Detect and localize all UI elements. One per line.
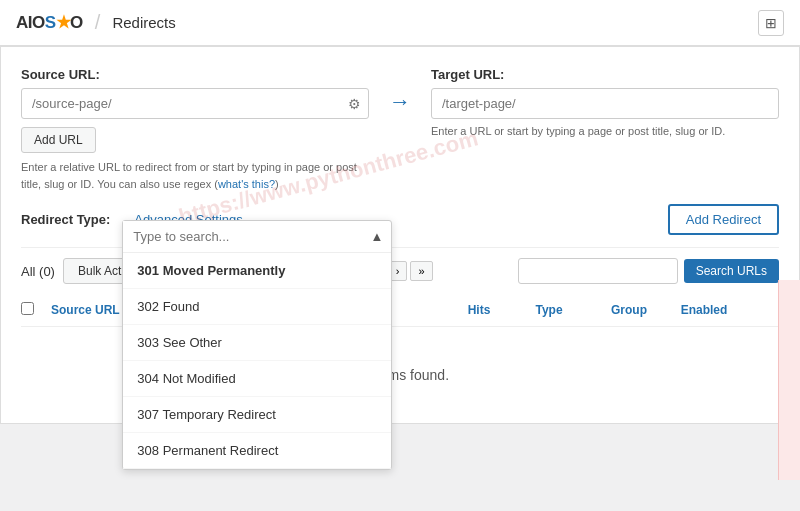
header-title: Redirects	[112, 14, 175, 31]
table-header-enabled[interactable]: Enabled	[669, 303, 739, 317]
dropdown-close-button[interactable]: ▲	[362, 221, 391, 252]
app-header: AIOS★O / Redirects ⊞	[0, 0, 800, 46]
target-url-label: Target URL:	[431, 67, 779, 82]
chevron-up-icon: ▲	[370, 229, 383, 244]
redirect-type-dropdown: ▲ 301 Moved Permanently 302 Found 303 Se…	[122, 220, 392, 470]
search-urls-button[interactable]: Search URLs	[684, 259, 779, 283]
table-header-group[interactable]: Group	[589, 303, 669, 317]
dropdown-item-301[interactable]: 301 Moved Permanently	[123, 253, 391, 289]
main-content: Source URL: ⚙ Add URL Enter a relative U…	[0, 46, 800, 424]
source-url-label: Source URL:	[21, 67, 369, 82]
pink-accent-area	[778, 280, 800, 480]
source-hint-text: Enter a relative URL to redirect from or…	[21, 159, 361, 192]
search-urls-input[interactable]	[518, 258, 678, 284]
logo: AIOS★O	[16, 12, 83, 33]
dropdown-item-302[interactable]: 302 Found	[123, 289, 391, 325]
save-icon: ⊞	[765, 15, 777, 31]
dropdown-options-list: 301 Moved Permanently 302 Found 303 See …	[123, 253, 391, 469]
target-url-input[interactable]	[431, 88, 779, 119]
table-header-hits[interactable]: Hits	[449, 303, 509, 317]
save-icon-button[interactable]: ⊞	[758, 10, 784, 36]
arrow-connector: →	[389, 67, 411, 115]
dropdown-item-308[interactable]: 308 Permanent Redirect	[123, 433, 391, 469]
source-url-input-wrapper: ⚙	[21, 88, 369, 119]
add-redirect-button[interactable]: Add Redirect	[668, 204, 779, 235]
search-urls-area: Search URLs	[518, 258, 779, 284]
logo-text: AIOS★O	[16, 12, 83, 33]
source-url-input[interactable]	[21, 88, 369, 119]
select-all-checkbox[interactable]	[21, 302, 34, 315]
next-next-button[interactable]: »	[410, 261, 432, 281]
whats-this-link[interactable]: what's this?	[218, 178, 275, 190]
url-form-section: Source URL: ⚙ Add URL Enter a relative U…	[21, 67, 779, 192]
redirect-type-label: Redirect Type:	[21, 212, 110, 227]
source-gear-icon[interactable]: ⚙	[348, 96, 361, 112]
dropdown-item-304[interactable]: 304 Not Modified	[123, 361, 391, 397]
table-header-check	[21, 302, 51, 318]
target-hint-text: Enter a URL or start by typing a page or…	[431, 125, 779, 137]
dropdown-item-307[interactable]: 307 Temporary Redirect	[123, 397, 391, 433]
target-url-input-wrapper	[431, 88, 779, 119]
dropdown-search-input[interactable]	[123, 221, 362, 252]
add-url-button[interactable]: Add URL	[21, 127, 96, 153]
dropdown-search-row: ▲	[123, 221, 391, 253]
target-url-group: Target URL: Enter a URL or start by typi…	[431, 67, 779, 137]
table-header-type[interactable]: Type	[509, 303, 589, 317]
redirect-type-row: Redirect Type: ▲ 301 Moved Permanently 3…	[21, 204, 779, 247]
source-url-group: Source URL: ⚙ Add URL Enter a relative U…	[21, 67, 369, 192]
dropdown-item-303[interactable]: 303 See Other	[123, 325, 391, 361]
header-right: ⊞	[758, 10, 784, 36]
all-tab[interactable]: All (0)	[21, 264, 55, 279]
arrow-icon: →	[389, 89, 411, 115]
header-divider: /	[95, 11, 101, 34]
